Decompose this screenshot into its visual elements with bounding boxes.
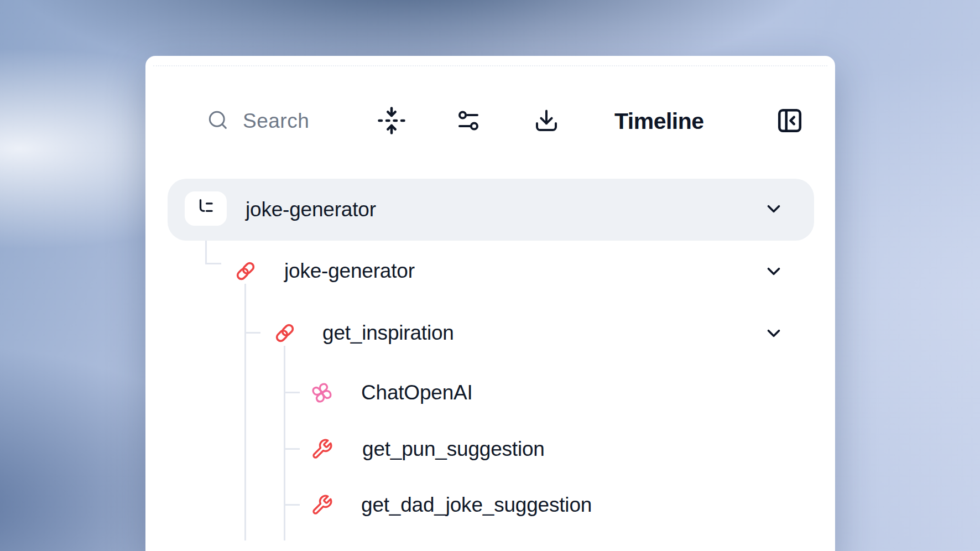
fold-vertical-icon (377, 106, 406, 137)
chevron-down-icon[interactable] (763, 261, 784, 282)
chain-link-icon (234, 259, 257, 285)
chain-link-icon (273, 321, 296, 347)
panel-left-close-icon (776, 107, 804, 136)
desktop-background: Search (0, 0, 980, 551)
sliders-icon (455, 107, 482, 136)
search-placeholder: Search (243, 110, 309, 133)
timeline-label: Timeline (614, 107, 704, 136)
download-icon (533, 107, 560, 136)
trace-tree-panel: Search (145, 56, 835, 551)
chevron-down-icon[interactable] (763, 198, 784, 219)
llm-pinwheel-icon (310, 381, 334, 407)
tree-structure-icon (195, 197, 216, 220)
tree-row-label: get_inspiration (322, 302, 454, 364)
tree-row-label: get_pun_suggestion (362, 418, 545, 480)
search-icon (206, 108, 230, 134)
tree-row-label: get_dad_joke_suggestion (361, 474, 592, 536)
filter-settings-button[interactable] (455, 108, 482, 134)
chevron-down-icon[interactable] (763, 323, 784, 344)
collapse-all-button[interactable] (377, 106, 406, 136)
wrench-icon (311, 494, 333, 518)
card-top-divider (153, 65, 827, 66)
tree-row-label: joke-generator (284, 240, 415, 302)
tree-row-label: ChatOpenAI (361, 362, 473, 424)
download-button[interactable] (533, 108, 560, 134)
tree-row-get-inspiration[interactable] (168, 302, 814, 364)
tree-row-label: joke-generator (246, 179, 376, 241)
root-icon-badge (185, 191, 227, 226)
collapse-panel-button[interactable] (776, 107, 804, 135)
wrench-icon (311, 438, 333, 462)
search-input[interactable]: Search (206, 107, 309, 136)
tree-row-chatopenai[interactable] (168, 362, 814, 424)
tree-row-joke-generator[interactable] (168, 240, 814, 302)
